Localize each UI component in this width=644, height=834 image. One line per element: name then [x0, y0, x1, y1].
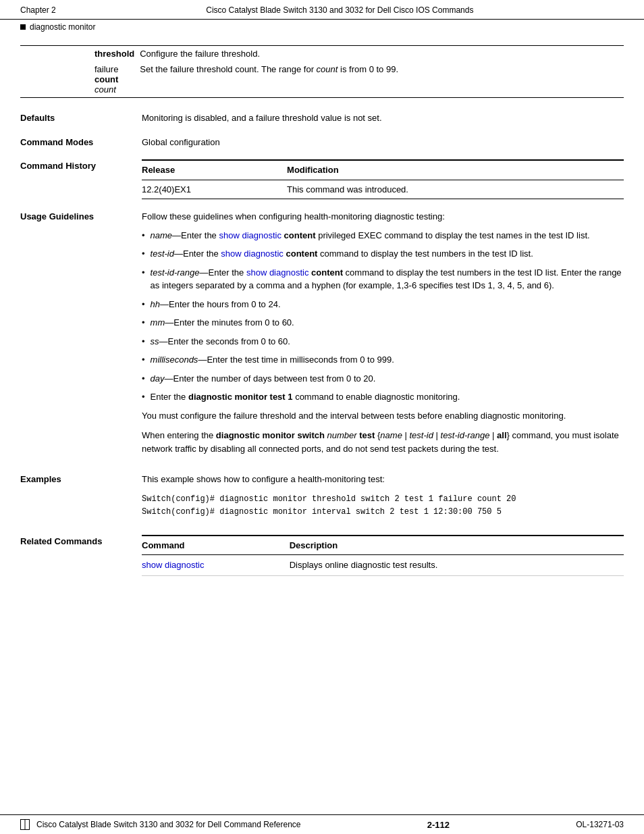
footer-left: Cisco Catalyst Blade Switch 3130 and 303… — [20, 819, 301, 830]
related-table: Command Description show diagnosticDispl… — [142, 535, 624, 576]
bullet-testid: test-id—Enter the show diagnostic conten… — [151, 247, 624, 261]
related-commands-section: Related Commands Command Description sho… — [20, 535, 624, 576]
show-diagnostic-link-3[interactable]: show diagnostic — [246, 267, 309, 278]
threshold-table: threshold Configure the failure threshol… — [20, 45, 624, 98]
related-command[interactable]: show diagnostic — [142, 555, 290, 576]
usage-guidelines-content: Follow these guidelines when configuring… — [142, 210, 624, 462]
col-release: Release — [142, 160, 287, 180]
list-item: name—Enter the show diagnostic content p… — [142, 229, 624, 242]
main-content: threshold Configure the failure threshol… — [0, 32, 644, 594]
list-item: hh—Enter the hours from 0 to 24. — [142, 298, 624, 311]
show-diagnostic-link-related[interactable]: show diagnostic — [142, 560, 205, 570]
related-commands-label: Related Commands — [20, 535, 142, 576]
bullet-diag-monitor: Enter the diagnostic monitor test 1 comm… — [151, 390, 624, 404]
table-row: failure countcount Set the failure thres… — [20, 61, 624, 98]
bullet-hh: hh—Enter the hours from 0 to 24. — [151, 298, 624, 311]
history-header-row: Release Modification — [142, 160, 624, 180]
header-title: Cisco Catalyst Blade Switch 3130 and 303… — [206, 5, 473, 15]
examples-label: Examples — [20, 473, 142, 524]
history-table: Release Modification 12.2(40)EX1This com… — [142, 159, 624, 199]
history-row: 12.2(40)EX1This command was introduced. — [142, 180, 624, 199]
col-modification: Modification — [287, 160, 624, 180]
term-threshold: threshold — [20, 46, 140, 62]
bullet-testid-range: test-id-range—Enter the show diagnostic … — [151, 266, 624, 292]
bullet-day: day—Enter the number of days between tes… — [151, 372, 624, 386]
examples-section: Examples This example shows how to confi… — [20, 473, 624, 524]
usage-intro: Follow these guidelines when configuring… — [142, 210, 624, 224]
show-diagnostic-link-2[interactable]: show diagnostic — [221, 249, 284, 259]
bullet-milliseconds: milliseconds—Enter the test time in mill… — [151, 353, 624, 367]
command-history-content: Release Modification 12.2(40)EX1This com… — [142, 159, 624, 199]
page-container: Chapter 2 Cisco Catalyst Blade Switch 31… — [0, 0, 644, 834]
history-release: 12.2(40)EX1 — [142, 180, 287, 199]
usage-para1: You must configure the failure threshold… — [142, 409, 624, 423]
command-modes-section: Command Modes Global configuration — [20, 136, 624, 149]
defaults-content: Monitoring is disabled, and a failure th… — [142, 111, 624, 125]
show-diagnostic-link-1[interactable]: show diagnostic — [219, 230, 281, 240]
history-modification: This command was introduced. — [287, 180, 624, 199]
related-row: show diagnosticDisplays online diagnosti… — [142, 555, 624, 576]
col-command: Command — [142, 536, 290, 555]
code-line-1: Switch(config)# diagnostic monitor thres… — [142, 493, 624, 506]
code-block: Switch(config)# diagnostic monitor thres… — [142, 493, 624, 519]
desc-threshold: Configure the failure threshold. — [140, 46, 624, 62]
usage-guidelines-label: Usage Guidelines — [20, 210, 142, 462]
table-row: threshold Configure the failure threshol… — [20, 46, 624, 62]
list-item: milliseconds—Enter the test time in mill… — [142, 353, 624, 367]
related-commands-content: Command Description show diagnosticDispl… — [142, 535, 624, 576]
usage-bullet-list: name—Enter the show diagnostic content p… — [142, 229, 624, 404]
top-label-text: diagnostic monitor — [30, 22, 95, 32]
list-item: test-id-range—Enter the show diagnostic … — [142, 266, 624, 292]
page-header: Chapter 2 Cisco Catalyst Blade Switch 31… — [0, 0, 644, 20]
footer-doc-number: OL-13271-03 — [576, 820, 624, 829]
command-history-label: Command History — [20, 159, 142, 199]
term-failure-count: failure countcount — [20, 61, 140, 98]
bullet-ss: ss—Enter the seconds from 0 to 60. — [151, 335, 624, 348]
command-history-section: Command History Release Modification 12.… — [20, 159, 624, 199]
defaults-section: Defaults Monitoring is disabled, and a f… — [20, 111, 624, 125]
top-label: diagnostic monitor — [0, 20, 644, 32]
command-modes-content: Global configuration — [142, 136, 624, 149]
col-description: Description — [290, 536, 624, 555]
book-icon — [20, 819, 30, 830]
usage-para2: When entering the diagnostic monitor swi… — [142, 429, 624, 455]
page-footer: Cisco Catalyst Blade Switch 3130 and 303… — [0, 814, 644, 834]
square-icon — [20, 24, 26, 30]
command-modes-label: Command Modes — [20, 136, 142, 149]
list-item: test-id—Enter the show diagnostic conten… — [142, 247, 624, 261]
defaults-label: Defaults — [20, 111, 142, 125]
examples-content: This example shows how to configure a he… — [142, 473, 624, 524]
usage-guidelines-section: Usage Guidelines Follow these guidelines… — [20, 210, 624, 462]
code-line-2: Switch(config)# diagnostic monitor inter… — [142, 506, 624, 519]
bullet-mm: mm—Enter the minutes from 0 to 60. — [151, 316, 624, 330]
examples-intro: This example shows how to configure a he… — [142, 473, 624, 486]
footer-right: 2-112 — [427, 820, 450, 830]
page-number: 2-112 — [427, 820, 450, 830]
footer-book-title: Cisco Catalyst Blade Switch 3130 and 303… — [36, 820, 301, 829]
header-chapter: Chapter 2 — [20, 5, 56, 15]
related-header-row: Command Description — [142, 536, 624, 555]
list-item: Enter the diagnostic monitor test 1 comm… — [142, 390, 624, 404]
list-item: ss—Enter the seconds from 0 to 60. — [142, 335, 624, 348]
desc-failure-count: Set the failure threshold count. The ran… — [140, 61, 624, 98]
list-item: day—Enter the number of days between tes… — [142, 372, 624, 386]
bullet-name: name—Enter the show diagnostic content p… — [151, 229, 624, 242]
related-description: Displays online diagnostic test results. — [290, 555, 624, 576]
list-item: mm—Enter the minutes from 0 to 60. — [142, 316, 624, 330]
